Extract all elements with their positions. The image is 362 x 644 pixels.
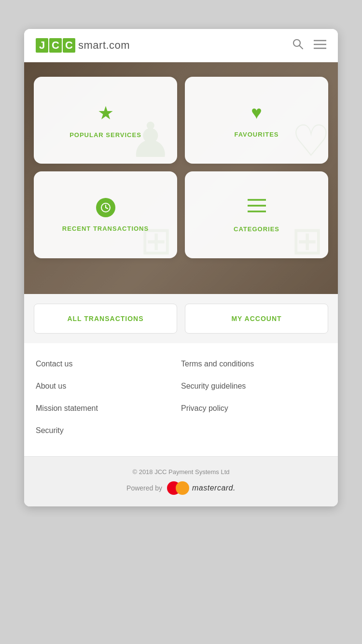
buttons-section: ALL TRANSACTIONS MY ACCOUNT: [24, 294, 338, 343]
phone-frame: J C C smart.com: [24, 29, 338, 506]
recent-transactions-card[interactable]: ⊞ RECENT TRANSACTIONS: [34, 171, 177, 258]
header: J C C smart.com: [24, 29, 338, 62]
popular-services-label: POPULAR SERVICES: [70, 131, 141, 139]
hero-section: ♟ ★ POPULAR SERVICES ♡ ♥ FAVOURITES ⊞: [24, 62, 338, 294]
search-icon[interactable]: [292, 38, 304, 53]
security-guidelines-link[interactable]: Security guidelines: [181, 375, 326, 397]
footer-bottom: © 2018 JCC Payment Systems Ltd Powered b…: [24, 456, 338, 506]
footer-links: Contact us About us Mission statement Se…: [24, 343, 338, 456]
copyright-text: © 2018 JCC Payment Systems Ltd: [34, 468, 328, 476]
security-link[interactable]: Security: [36, 420, 181, 442]
list-icon: [248, 197, 266, 218]
header-icons: [292, 38, 326, 53]
terms-link[interactable]: Terms and conditions: [181, 353, 326, 375]
categories-card[interactable]: ⊞ CATEGORIES: [185, 171, 328, 258]
mastercard-circles: [167, 481, 189, 495]
svg-line-7: [106, 208, 108, 209]
clock-icon-wrapper: [96, 198, 115, 217]
popular-services-card[interactable]: ♟ ★ POPULAR SERVICES: [34, 77, 177, 164]
card-bg-icon-heart: ♡: [292, 115, 328, 164]
all-transactions-button[interactable]: ALL TRANSACTIONS: [34, 304, 177, 334]
recent-transactions-label: RECENT TRANSACTIONS: [62, 225, 149, 232]
logo-letter-c1: C: [49, 38, 62, 53]
logo-letter-c2: C: [63, 38, 75, 53]
mastercard-text: mastercard.: [192, 484, 236, 492]
about-us-link[interactable]: About us: [36, 375, 181, 397]
categories-label: CATEGORIES: [234, 225, 279, 233]
svg-line-1: [300, 46, 303, 49]
menu-icon[interactable]: [314, 39, 326, 52]
powered-by-row: Powered by mastercard.: [34, 481, 328, 495]
favourites-label: FAVOURITES: [234, 131, 278, 138]
my-account-button[interactable]: MY ACCOUNT: [185, 304, 328, 334]
heart-icon: ♥: [251, 102, 262, 123]
mastercard-logo: mastercard.: [167, 481, 236, 495]
favourites-card[interactable]: ♡ ♥ FAVOURITES: [185, 77, 328, 164]
card-bg-transactions: ⊞: [140, 218, 172, 258]
footer-right-col: Terms and conditions Security guidelines…: [181, 353, 326, 442]
cards-grid: ♟ ★ POPULAR SERVICES ♡ ♥ FAVOURITES ⊞: [24, 62, 338, 273]
privacy-policy-link[interactable]: Privacy policy: [181, 397, 326, 420]
logo-letter-j: J: [36, 38, 48, 53]
powered-by-text: Powered by: [126, 484, 162, 492]
mission-statement-link[interactable]: Mission statement: [36, 397, 181, 420]
logo[interactable]: J C C smart.com: [36, 38, 130, 53]
card-bg-categories: ⊞: [291, 218, 323, 258]
logo-text: smart.com: [78, 39, 130, 52]
footer-left-col: Contact us About us Mission statement Se…: [36, 353, 181, 442]
star-icon: ★: [97, 102, 114, 124]
mc-circle-orange: [176, 481, 189, 495]
contact-us-link[interactable]: Contact us: [36, 353, 181, 375]
logo-jcc: J C C: [36, 38, 76, 53]
